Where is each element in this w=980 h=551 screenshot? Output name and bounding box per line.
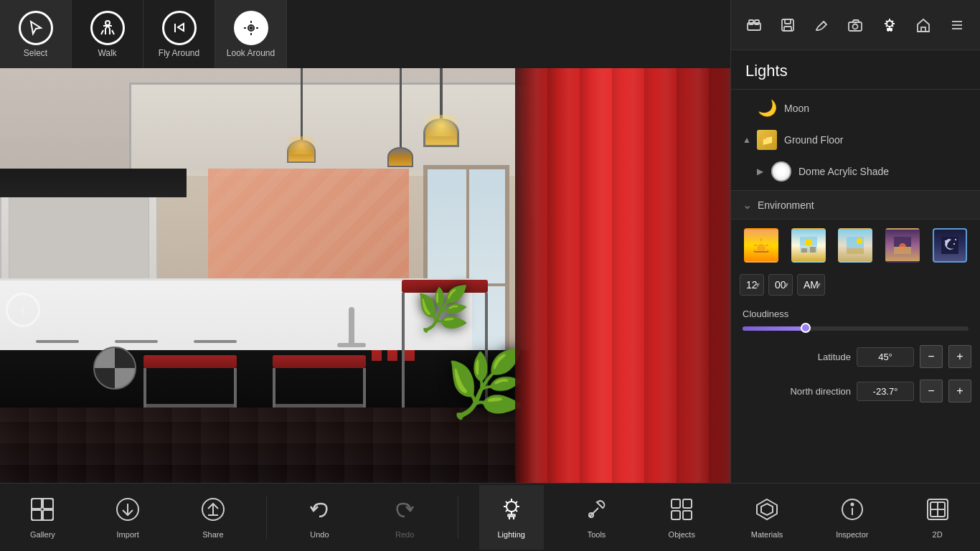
viewport[interactable]: 🌿 🌿 ‹ bbox=[0, 68, 730, 551]
look-around-tool[interactable]: Look Around bbox=[215, 0, 287, 68]
north-direction-input[interactable] bbox=[857, 382, 914, 401]
time-preset-day1[interactable] bbox=[791, 228, 826, 263]
redo-label: Redo bbox=[395, 530, 414, 539]
bar-stool-1 bbox=[143, 355, 237, 408]
paint-icon-btn[interactable] bbox=[806, 10, 837, 40]
north-direction-plus-btn[interactable]: + bbox=[948, 380, 971, 402]
svg-point-46 bbox=[899, 243, 906, 250]
look-around-icon bbox=[234, 11, 268, 45]
ground-floor-icon: 📁 bbox=[757, 130, 777, 150]
svg-line-1 bbox=[101, 30, 103, 34]
minute-select-wrap: 00153045 bbox=[768, 274, 793, 296]
latitude-input[interactable] bbox=[857, 347, 914, 367]
cloudiness-thumb[interactable] bbox=[801, 323, 811, 333]
svg-rect-9 bbox=[785, 19, 791, 24]
list-icon-btn[interactable] bbox=[942, 10, 972, 40]
fly-around-icon bbox=[162, 11, 197, 45]
environment-title: Environment bbox=[758, 199, 814, 211]
share-btn[interactable]: Share bbox=[181, 485, 245, 550]
latitude-minus-btn[interactable]: − bbox=[920, 345, 943, 368]
north-direction-label: North direction bbox=[740, 386, 851, 397]
curtain-right bbox=[515, 68, 730, 551]
2d-label: 2D bbox=[933, 530, 943, 539]
2d-btn[interactable]: 2D bbox=[905, 485, 970, 550]
svg-line-2 bbox=[112, 30, 114, 34]
gallery-btn[interactable]: Gallery bbox=[10, 485, 75, 550]
moon-icon: 🌙 bbox=[757, 98, 777, 118]
cloudiness-track[interactable] bbox=[743, 326, 969, 331]
tools-icon bbox=[584, 496, 610, 527]
home-icon-btn[interactable] bbox=[908, 10, 938, 40]
walk-tool[interactable]: Walk bbox=[72, 0, 143, 68]
floor-nav-button[interactable]: ‹ bbox=[6, 293, 40, 327]
light-item-moon[interactable]: 🌙 Moon bbox=[731, 93, 980, 124]
undo-btn[interactable]: Undo bbox=[287, 485, 352, 550]
light-item-ground-floor[interactable]: ▲ 📁 Ground Floor bbox=[731, 124, 980, 156]
fly-around-tool[interactable]: Fly Around bbox=[143, 0, 215, 68]
lighting-icon bbox=[499, 496, 524, 527]
svg-rect-54 bbox=[32, 510, 42, 520]
plant-left: 🌿 bbox=[416, 283, 470, 334]
time-preset-dusk[interactable] bbox=[885, 228, 920, 263]
ampm-select[interactable]: AMPM bbox=[797, 274, 825, 296]
environment-header[interactable]: ⌄ Environment bbox=[731, 190, 980, 220]
light-item-dome[interactable]: ▶ Dome Acrylic Shade bbox=[731, 156, 980, 187]
save-icon-btn[interactable] bbox=[773, 10, 803, 40]
svg-rect-76 bbox=[672, 511, 680, 519]
svg-point-61 bbox=[507, 501, 517, 512]
dark-cabinet-top bbox=[0, 169, 187, 197]
time-preset-sunrise[interactable] bbox=[744, 228, 778, 263]
gallery-icon bbox=[29, 496, 55, 527]
svg-line-67 bbox=[515, 509, 517, 512]
time-preset-day2[interactable] bbox=[838, 228, 872, 263]
svg-rect-10 bbox=[784, 27, 791, 31]
hour-select[interactable]: 12123 4567 891011 bbox=[740, 274, 764, 296]
light-icon-btn[interactable] bbox=[875, 10, 905, 40]
cloudiness-fill bbox=[743, 326, 806, 331]
2d-icon bbox=[925, 496, 951, 527]
svg-line-69 bbox=[506, 509, 508, 512]
svg-point-49 bbox=[953, 243, 955, 245]
svg-line-68 bbox=[515, 501, 517, 504]
hour-select-wrap: 12123 4567 891011 bbox=[740, 274, 764, 296]
dome-icon bbox=[771, 161, 791, 182]
time-preset-night[interactable] bbox=[933, 228, 967, 263]
svg-line-20 bbox=[892, 25, 893, 27]
svg-rect-52 bbox=[32, 499, 42, 509]
lighting-btn[interactable]: Lighting bbox=[479, 485, 544, 550]
latitude-plus-btn[interactable]: + bbox=[948, 345, 971, 368]
inspector-btn[interactable]: Inspector bbox=[820, 485, 885, 550]
redo-icon bbox=[392, 496, 418, 527]
svg-line-22 bbox=[886, 25, 887, 27]
latitude-label: Latitude bbox=[740, 352, 851, 362]
svg-point-42 bbox=[857, 238, 862, 244]
svg-point-14 bbox=[887, 21, 892, 27]
svg-point-4 bbox=[250, 27, 252, 29]
svg-point-38 bbox=[805, 239, 812, 246]
time-presets bbox=[731, 220, 980, 268]
objects-btn[interactable]: Objects bbox=[649, 485, 714, 550]
minute-select[interactable]: 00153045 bbox=[768, 274, 793, 296]
materials-btn[interactable]: Materials bbox=[735, 485, 799, 550]
import-btn[interactable]: Import bbox=[95, 485, 160, 550]
dome-expand: ▶ bbox=[757, 166, 768, 176]
camera-icon-btn[interactable] bbox=[840, 10, 870, 40]
north-direction-minus-btn[interactable]: − bbox=[920, 380, 943, 402]
svg-rect-77 bbox=[683, 511, 692, 519]
tools-label: Tools bbox=[588, 530, 606, 539]
plant-right: 🌿 bbox=[446, 347, 526, 422]
svg-line-11 bbox=[824, 22, 825, 23]
sink-area bbox=[287, 307, 416, 350]
svg-rect-53 bbox=[43, 499, 53, 509]
svg-point-82 bbox=[851, 503, 853, 505]
furniture-icon-btn[interactable] bbox=[739, 10, 769, 40]
cloudiness-slider-wrap bbox=[731, 324, 980, 339]
redo-btn[interactable]: Redo bbox=[372, 485, 437, 550]
tools-btn[interactable]: Tools bbox=[565, 485, 629, 550]
svg-rect-25 bbox=[921, 27, 925, 32]
svg-rect-75 bbox=[683, 499, 692, 508]
select-tool[interactable]: Select bbox=[0, 0, 72, 68]
pendant-left bbox=[287, 68, 316, 163]
objects-label: Objects bbox=[669, 530, 695, 539]
svg-rect-39 bbox=[801, 248, 807, 253]
